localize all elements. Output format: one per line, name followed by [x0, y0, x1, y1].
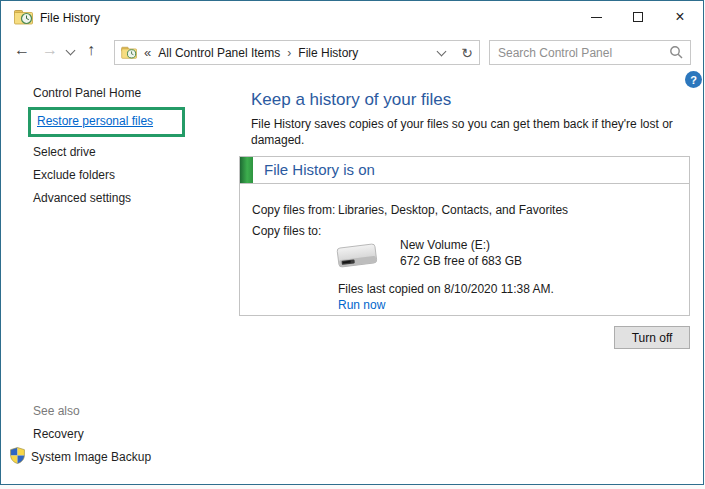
sidebar-item-advanced-settings[interactable]: Advanced settings — [33, 191, 131, 205]
sidebar-item-exclude-folders[interactable]: Exclude folders — [33, 168, 115, 182]
refresh-button[interactable]: ↻ — [455, 40, 480, 65]
close-button[interactable]: × — [659, 1, 701, 33]
sidebar-item-system-image-backup[interactable]: System Image Backup — [31, 450, 151, 464]
file-history-window: File History × ← → ↑ « All Control Panel… — [0, 0, 704, 485]
minimize-icon — [591, 17, 602, 18]
status-on-indicator — [240, 157, 253, 183]
search-icon[interactable] — [669, 45, 684, 60]
file-history-status-panel: File History is on Copy files from: Libr… — [239, 156, 690, 316]
file-history-icon — [121, 46, 138, 60]
page-title: Keep a history of your files — [251, 90, 451, 110]
navigation-toolbar: ← → ↑ « All Control Panel Items › File H… — [1, 35, 703, 69]
turn-off-button[interactable]: Turn off — [614, 326, 690, 349]
copy-files-from-value: Libraries, Desktop, Contacts, and Favori… — [338, 203, 568, 217]
maximize-icon — [633, 12, 643, 22]
sidebar-item-recovery[interactable]: Recovery — [33, 427, 84, 441]
drive-free-space: 672 GB free of 683 GB — [400, 254, 522, 268]
help-icon: ? — [690, 74, 697, 86]
copy-files-from-label: Copy files from: — [252, 203, 335, 217]
help-button[interactable]: ? — [685, 71, 702, 88]
see-also-header: See also — [33, 404, 80, 418]
drive-icon — [332, 237, 382, 275]
last-copied-text: Files last copied on 8/10/2020 11:38 AM. — [338, 282, 554, 296]
uac-shield-icon — [9, 447, 26, 464]
copy-files-to-label: Copy files to: — [252, 224, 321, 238]
search-box — [489, 40, 691, 65]
status-text: File History is on — [264, 161, 375, 178]
breadcrumb-separator-icon: › — [287, 46, 291, 60]
close-icon: × — [675, 9, 684, 25]
sidebar-item-restore-personal-files[interactable]: Restore personal files — [37, 114, 153, 128]
page-description: File History saves copies of your files … — [251, 116, 704, 148]
refresh-icon: ↻ — [461, 45, 473, 61]
drive-name: New Volume (E:) — [400, 238, 490, 252]
run-now-link[interactable]: Run now — [338, 298, 385, 312]
back-icon[interactable]: ← — [14, 41, 30, 59]
sidebar-item-control-panel-home[interactable]: Control Panel Home — [33, 86, 141, 100]
minimize-button[interactable] — [575, 1, 617, 33]
breadcrumb-item-all-control-panel-items[interactable]: All Control Panel Items — [158, 46, 280, 60]
breadcrumb-collapse-icon[interactable]: « — [144, 45, 151, 60]
search-input[interactable] — [490, 41, 666, 64]
address-bar[interactable]: « All Control Panel Items › File History — [114, 40, 456, 65]
file-history-icon — [14, 9, 34, 26]
up-icon[interactable]: ↑ — [87, 41, 95, 59]
status-panel-header: File History is on — [240, 157, 689, 184]
sidebar-item-select-drive[interactable]: Select drive — [33, 145, 96, 159]
breadcrumb-item-file-history[interactable]: File History — [298, 46, 358, 60]
window-title: File History — [40, 11, 100, 25]
maximize-button[interactable] — [617, 1, 659, 33]
titlebar: File History × — [1, 1, 703, 35]
address-dropdown-chevron-icon[interactable] — [437, 46, 447, 56]
recent-pages-chevron-icon[interactable] — [66, 46, 76, 56]
forward-icon[interactable]: → — [42, 41, 58, 59]
